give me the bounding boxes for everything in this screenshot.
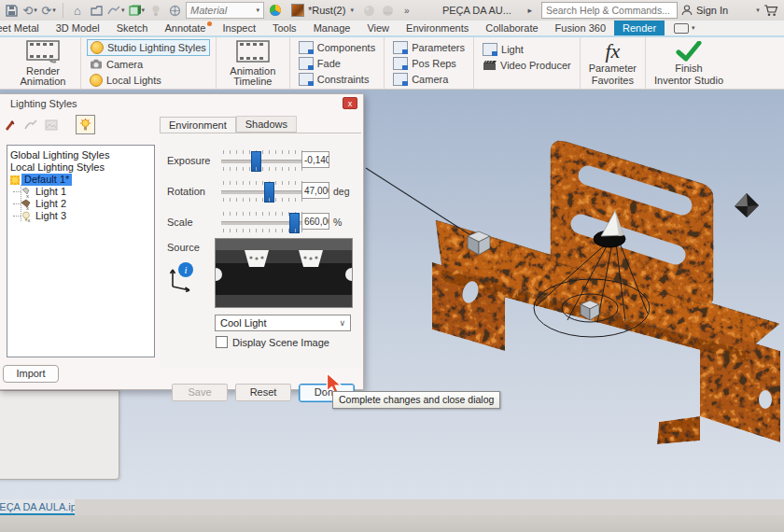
render-animation-button[interactable]: Render Animation bbox=[11, 39, 75, 88]
reset-button[interactable]: Reset bbox=[235, 384, 291, 401]
light-button[interactable]: Light bbox=[480, 42, 574, 57]
display-scene-image-checkbox[interactable] bbox=[216, 336, 228, 348]
tree-item-default-style[interactable]: Default 1* bbox=[7, 174, 154, 186]
sign-in-button[interactable]: Sign In bbox=[681, 5, 728, 16]
ribbon-display-options-button[interactable]: ▾ bbox=[674, 21, 695, 35]
tab-environments[interactable]: Environments bbox=[398, 21, 477, 35]
display-scene-image-row: Display Scene Image bbox=[216, 336, 329, 348]
material-combobox[interactable]: Material ▾ bbox=[186, 2, 264, 19]
tree-branch bbox=[13, 216, 21, 217]
rotation-slider[interactable] bbox=[221, 179, 307, 203]
fade-button[interactable]: Fade bbox=[296, 56, 378, 71]
save-icon[interactable] bbox=[4, 2, 19, 19]
delete-style-icon bbox=[4, 119, 16, 131]
redo-caret-icon[interactable]: ▾ bbox=[52, 7, 56, 14]
adjust-icon[interactable] bbox=[362, 2, 377, 19]
tree-item-local-lighting-styles[interactable]: Local Lighting Styles bbox=[7, 161, 154, 174]
tab-render[interactable]: Render bbox=[614, 21, 665, 35]
render-wheel-icon[interactable] bbox=[167, 2, 182, 19]
close-button[interactable]: x bbox=[343, 97, 357, 109]
tree-item-global-lighting-styles[interactable]: Global Lighting Styles bbox=[7, 149, 154, 161]
exposure-ticks-top bbox=[223, 150, 305, 154]
tab-collaborate[interactable]: Collaborate bbox=[477, 21, 546, 35]
cursor-arrow bbox=[326, 372, 343, 393]
panel-manage: fx Parameter Favorites bbox=[581, 37, 646, 89]
store-cart-icon[interactable] bbox=[763, 2, 778, 19]
search-input[interactable] bbox=[541, 2, 678, 19]
toolbar-overflow-icon[interactable]: » bbox=[399, 2, 414, 19]
octahedron-gizmo[interactable] bbox=[735, 193, 759, 217]
tab-fusion-360[interactable]: Fusion 360 bbox=[547, 21, 614, 35]
camera-anim-button[interactable]: Camera bbox=[390, 72, 468, 87]
scale-slider[interactable] bbox=[221, 210, 307, 234]
adjust2-icon[interactable] bbox=[381, 2, 396, 19]
tab-manage[interactable]: Manage bbox=[305, 21, 359, 35]
rotation-unit: deg bbox=[333, 186, 350, 197]
light-icon bbox=[483, 43, 497, 56]
timeline-filmstrip-icon bbox=[236, 40, 270, 64]
tab-sketch[interactable]: Sketch bbox=[108, 21, 157, 35]
tab-environment[interactable]: Environment bbox=[160, 117, 236, 133]
component-icon[interactable]: ▾ bbox=[129, 2, 146, 19]
tab-inspect[interactable]: Inspect bbox=[214, 21, 263, 35]
sign-in-caret-icon[interactable]: ▾ bbox=[756, 7, 760, 14]
dialog-titlebar[interactable]: Lighting Styles x bbox=[0, 94, 363, 113]
environment-preview-image[interactable] bbox=[215, 238, 353, 308]
tab-tools[interactable]: Tools bbox=[264, 21, 305, 35]
delete-style-button[interactable] bbox=[1, 116, 19, 133]
component-caret-icon[interactable]: ▾ bbox=[142, 7, 146, 14]
camera-button[interactable]: Camera bbox=[87, 57, 210, 72]
tree-item-light-3[interactable]: x Light 3 bbox=[7, 210, 154, 222]
undo-button[interactable]: ⟲▾ bbox=[22, 2, 37, 19]
finish-inventor-studio-button[interactable]: Finish Inventor Studio bbox=[651, 40, 726, 87]
appearance-combobox[interactable]: *Rust(2) ▾ bbox=[287, 2, 358, 19]
panel-components: Components Fade Constraints bbox=[290, 37, 385, 89]
document-title: PEÇA DA AU... bbox=[442, 5, 511, 16]
environment-style-select[interactable]: Cool Light ∨ bbox=[215, 315, 351, 331]
image-style-button[interactable] bbox=[42, 116, 60, 133]
document-tab[interactable]: PEÇA DA AULA.ipt × bbox=[0, 499, 75, 515]
tree-item-light-2[interactable]: x Light 2 bbox=[7, 198, 154, 210]
tab-3d-model[interactable]: 3D Model bbox=[48, 21, 108, 35]
import-button[interactable]: Import bbox=[3, 365, 59, 383]
freeform-glyph bbox=[107, 6, 120, 16]
rotation-value-field[interactable]: 47,000 bbox=[301, 182, 329, 199]
lighting-styles-tree: Global Lighting Styles Local Lighting St… bbox=[7, 145, 155, 357]
exposure-slider[interactable] bbox=[221, 148, 307, 173]
return-icon[interactable] bbox=[89, 2, 104, 19]
show-lights-toggle[interactable] bbox=[76, 115, 95, 134]
freeform-caret-icon[interactable]: ▾ bbox=[121, 7, 125, 14]
save-button[interactable]: Save bbox=[172, 384, 228, 401]
home-view-icon[interactable]: ⌂ bbox=[70, 2, 85, 19]
animation-timeline-button[interactable]: Animation Timeline bbox=[222, 39, 284, 88]
pos-reps-button[interactable]: Pos Reps bbox=[390, 56, 468, 71]
axis-info-icon[interactable]: i bbox=[165, 260, 197, 292]
local-light-toolbar-icon[interactable] bbox=[148, 2, 163, 19]
tab-sheet-metal[interactable]: Sheet Metal bbox=[0, 21, 48, 35]
exposure-value-field[interactable]: -0,140 bbox=[301, 151, 329, 168]
local-lights-button[interactable]: Local Lights bbox=[87, 73, 210, 88]
tab-shadows[interactable]: Shadows bbox=[236, 116, 297, 133]
tree-item-light-1[interactable]: x Light 1 bbox=[7, 186, 154, 198]
freeform-icon[interactable]: ▾ bbox=[107, 2, 125, 19]
parameters-button[interactable]: Parameters bbox=[390, 40, 468, 55]
undo-caret-icon[interactable]: ▾ bbox=[34, 7, 37, 14]
settings-tabs: Environment Shadows bbox=[160, 115, 361, 133]
constraints-button[interactable]: Constraints bbox=[296, 72, 378, 87]
scale-value-field[interactable]: 660,00 bbox=[301, 213, 329, 230]
copy-style-button[interactable] bbox=[21, 116, 39, 133]
components-label: Components bbox=[317, 42, 375, 53]
environment-style-value: Cool Light bbox=[220, 317, 267, 329]
redo-button[interactable]: ⟳▾ bbox=[41, 2, 56, 19]
copy-style-icon bbox=[24, 119, 37, 131]
parameter-favorites-button[interactable]: fx Parameter Favorites bbox=[586, 40, 639, 87]
title-expand-icon[interactable]: ▸ bbox=[523, 2, 538, 19]
sphere2-glyph bbox=[382, 5, 394, 17]
document-tab-bar: PEÇA DA AULA.ipt × bbox=[0, 499, 784, 515]
components-button[interactable]: Components bbox=[296, 40, 378, 55]
tab-view[interactable]: View bbox=[358, 21, 398, 35]
studio-lighting-styles-button[interactable]: Studio Lighting Styles bbox=[87, 39, 210, 56]
video-producer-button[interactable]: Video Producer bbox=[480, 58, 574, 73]
tab-annotate[interactable]: Annotate bbox=[156, 21, 214, 35]
color-wheel-icon[interactable] bbox=[268, 2, 283, 19]
